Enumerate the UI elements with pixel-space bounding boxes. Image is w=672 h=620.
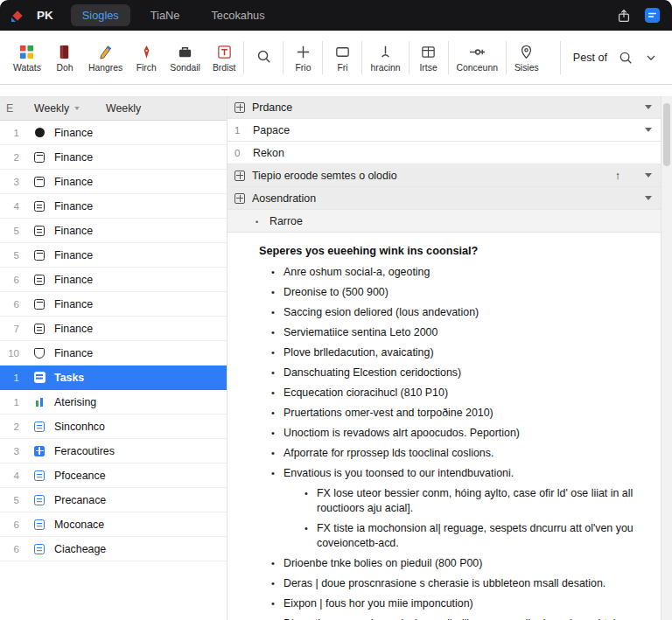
grid-icon [234,102,245,113]
row-number: 4 [0,470,19,481]
tab-siogles[interactable]: Siogles [71,4,130,26]
bullet-item: Unoctiom is revadows alrt apoocudos. Pep… [259,423,648,443]
row-icon [33,494,46,506]
pen-icon [138,43,155,60]
table-row[interactable]: 4 Pfoceance [0,463,227,488]
header-index-column: E [0,102,27,115]
toolbar-doh-button[interactable]: Doh [47,43,82,73]
bullet-icon [304,486,317,516]
up-arrow-icon[interactable] [615,170,620,182]
tab-tecokahus[interactable]: Tecokahus [200,4,276,26]
detail-section-row[interactable]: Prdance [228,96,661,119]
toolbar-sisies-button[interactable]: Sisies [508,43,545,73]
bullet-text: Anre oshum social-a, ogeoting [284,265,430,280]
table-row[interactable]: 10 Finance [0,341,227,366]
row-number: 6 [0,544,19,554]
row-icon [33,298,46,310]
toolbar-conceunn-button[interactable]: Conceunn [451,43,504,73]
toolbar-label: Sondail [170,63,200,73]
toolbar-frio-button[interactable]: Frio [285,43,320,73]
detail-section-row[interactable]: Rarroe [228,210,661,233]
table-row[interactable]: 3 Feracoutires [0,439,227,463]
table-row[interactable]: 5 Precanace [0,488,227,512]
bullet-text: Divoertioms onserL-voe incleores lledije… [284,617,615,620]
detail-section-row[interactable]: 1 Papace [228,119,661,142]
toolbar-brdist-button[interactable]: Brdist [206,43,242,73]
text-style-icon [216,43,233,60]
chevron-down-icon[interactable] [644,51,658,65]
row-icon [33,347,46,359]
main-content: E Weekly Weekly 1 Finance 2 F [0,85,672,620]
grid-icon [234,193,245,204]
bullet-item: Danschuating Elcestion ceridoctions) [259,363,648,383]
toolbar-label: Frio [296,63,312,73]
table-row[interactable]: 6 Finance [0,268,227,292]
table-row[interactable]: 4 Finance [0,194,227,219]
toolbar-fri-button[interactable]: Fri [325,43,360,73]
table-header[interactable]: E Weekly Weekly [0,96,227,121]
chevron-down-icon[interactable] [645,173,652,178]
chevron-down-icon[interactable] [645,128,652,132]
bullet-icon [271,345,284,360]
toolbar-label: Hangres [88,63,122,73]
row-icon [33,519,46,531]
table-row[interactable]: 6 Moconace [0,512,227,537]
table-row[interactable]: 3 Finance [0,170,227,194]
chevron-down-icon[interactable] [645,196,652,200]
book-icon [56,43,73,60]
bullet-text: Envatious is you toonsed to our intendbu… [284,466,514,481]
search-icon[interactable] [618,50,634,66]
vertical-scrollbar[interactable] [661,96,672,620]
share-window-icon[interactable] [614,6,634,25]
row-number: 4 [0,201,19,212]
app-window: PK Siogles TiaNe Tecokahus Watats Doh [0,0,672,620]
sort-caret-icon[interactable] [74,107,80,110]
bullet-text: Serviematiice sentina Leto 2000 [284,325,438,340]
toolbar-sondail-button[interactable]: Sondail [164,43,206,73]
bullet-text: Danschuating Elcestion ceridoctions) [284,366,461,380]
toolbar-hracinn-button[interactable]: hracinn [364,43,406,73]
toolbar-search-button[interactable] [246,47,281,67]
toolbar-hangres-button[interactable]: Hangres [82,43,129,73]
row-number: 7 [0,324,19,334]
scrollbar-thumb[interactable] [663,103,670,166]
bullet-list: Anre oshum social-a, ogeoting Dreonise t… [259,262,648,620]
row-number: 1 [0,373,19,383]
table-row[interactable]: 1 Finance [0,121,227,145]
notes-article[interactable]: Seperes yos eueehing wink ins coonsial? … [228,233,661,620]
table-row[interactable]: 5 Finance [0,219,227,243]
row-label: Tasks [54,372,84,384]
row-label: Finance [54,200,93,212]
tab-tiane[interactable]: TiaNe [139,4,192,26]
row-label: Finance [54,298,93,310]
row-label: Finance [54,249,93,261]
bullet-icon [271,556,284,571]
table-row[interactable]: 1 Tasks [0,366,227,390]
rectangle-icon [334,43,351,60]
task-table: E Weekly Weekly 1 Finance 2 F [0,96,228,620]
bullet-icon [271,426,284,441]
table-row[interactable]: 6 Ciacheage [0,537,227,561]
table-row[interactable]: 6 Finance [0,292,227,317]
row-label: Aterising [54,396,96,408]
row-number: 1 [0,397,19,408]
detail-section-row[interactable]: Tiepio eroode semtes o olodio [228,164,661,187]
toolbar-firch-button[interactable]: Firch [129,43,164,73]
bullet-item: Saccing esion deliored (lous andevation) [259,303,648,323]
table-row[interactable]: 2 Sinconhco [0,414,227,439]
detail-pane: Prdance 1 Papace [228,96,661,620]
bullet-icon [304,521,317,551]
table-row[interactable]: 7 Finance [0,317,227,341]
toolbar-watats-button[interactable]: Watats [7,43,47,73]
section-label: Tiepio eroode semtes o olodio [252,170,397,182]
row-label: Finance [54,176,93,188]
table-row[interactable]: 5 Finance [0,243,227,268]
header-weekly-column-2: Weekly [106,102,141,115]
toolbar-irtse-button[interactable]: Irtse [411,43,446,73]
app-badge-icon[interactable] [642,6,662,25]
table-row[interactable]: 1 Aterising [0,390,227,414]
table-row[interactable]: 2 Finance [0,145,227,170]
detail-section-row[interactable]: 0 Rekon [228,142,661,164]
chevron-down-icon[interactable] [645,105,652,109]
detail-section-row[interactable]: Aosendration [228,187,661,210]
